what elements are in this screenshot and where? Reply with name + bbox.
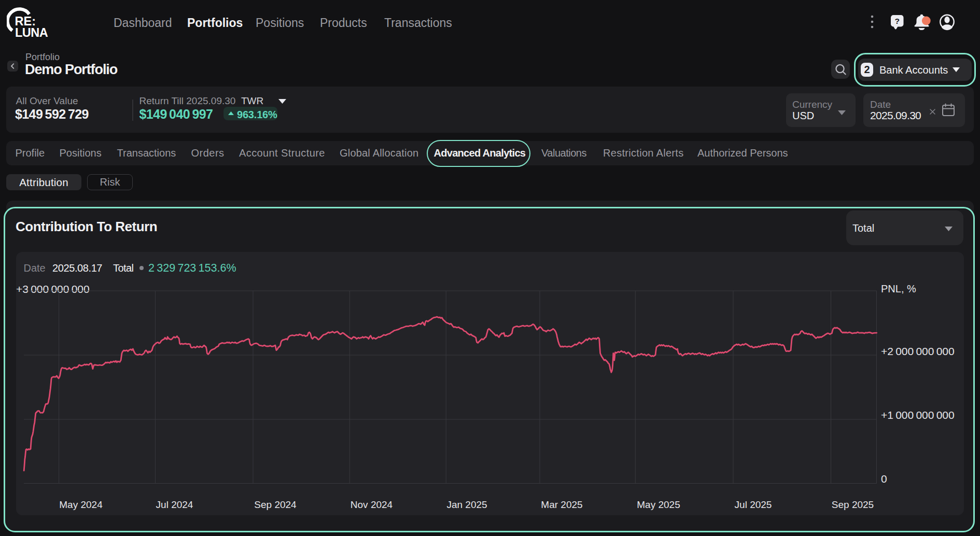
svg-text:?: ? (894, 17, 899, 25)
svg-text:LUNA: LUNA (15, 26, 48, 39)
